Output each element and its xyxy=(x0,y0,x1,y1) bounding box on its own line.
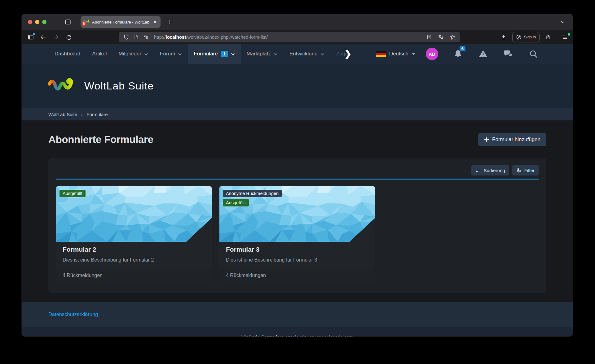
status-badge: Ausgefüllt xyxy=(223,199,249,206)
sort-button[interactable]: Sortierung xyxy=(471,165,509,176)
woltlab-logo-icon[interactable] xyxy=(48,77,79,95)
forms-panel: Sortierung Filter xyxy=(48,158,546,293)
notifications-bell-icon[interactable]: 6 xyxy=(453,49,463,59)
web-page: Dashboard Artikel Mitglieder Forum Formu… xyxy=(22,44,573,336)
downloads-icon[interactable] xyxy=(499,32,508,42)
forward-button[interactable] xyxy=(51,32,61,42)
nav-item-forum[interactable]: Forum xyxy=(154,44,188,64)
tab-list-chevron-icon[interactable] xyxy=(560,20,565,24)
nav-overflow-chevron-icon[interactable]: ❯ xyxy=(344,49,353,59)
urlbar-action-icons xyxy=(425,33,456,41)
card-body: Formular 3 Dies ist eine Beschreibung fü… xyxy=(219,242,375,268)
tab-close-icon[interactable] xyxy=(152,19,158,25)
new-tab-button[interactable] xyxy=(165,18,174,26)
nav-item-artikel[interactable]: Artikel xyxy=(86,44,112,64)
main-navigation: Dashboard Artikel Mitglieder Forum Formu… xyxy=(22,44,573,64)
nav-item-mitglieder[interactable]: Mitglieder xyxy=(112,44,154,64)
filter-icon xyxy=(516,168,522,173)
user-avatar[interactable]: AD xyxy=(426,48,438,60)
address-bar[interactable]: http://localhost/woltlab62/index.php?wat… xyxy=(119,32,460,42)
form-card-title[interactable]: Formular 2 xyxy=(63,246,205,253)
nav-action-icons: 6 xyxy=(438,49,539,59)
nav-item-formulare[interactable]: Formulare 1 xyxy=(188,44,240,64)
form-card[interactable]: Ausgefüllt Formular 2 Dies ist eine Besc… xyxy=(56,186,212,283)
notification-count-badge: 6 xyxy=(460,46,465,51)
card-body: Formular 2 Dies ist eine Beschreibung fü… xyxy=(56,242,212,268)
reader-mode-icon[interactable] xyxy=(425,33,433,41)
form-cover-image: Anonyme Rückmeldungen Ausgefüllt xyxy=(219,186,375,242)
copyright-text: VieCode Formulare entwickelt von www.vie… xyxy=(22,334,573,336)
form-card-meta: 4 Rückmeldungen xyxy=(56,268,212,283)
page-title: Abonnierte Formulare xyxy=(48,134,153,145)
translate-icon[interactable] xyxy=(437,33,445,41)
form-card-meta: 4 Rückmeldungen xyxy=(219,268,375,283)
tab-title: Abonnierte Formulare - WoltLab xyxy=(92,20,150,24)
toolbar-right-icons: Sign in xyxy=(499,32,570,42)
reload-button[interactable] xyxy=(64,32,73,42)
bookmark-star-icon[interactable] xyxy=(449,33,456,41)
search-icon[interactable] xyxy=(528,49,539,59)
zoom-window-button[interactable] xyxy=(42,20,46,24)
anonymous-badge: Anonyme Rückmeldungen xyxy=(223,190,282,197)
browser-titlebar: 6 Abonnierte Formulare - WoltLab xyxy=(22,14,573,30)
language-selector[interactable]: Deutsch xyxy=(376,51,415,57)
panel-toolbar: Sortierung Filter xyxy=(56,165,539,176)
site-title[interactable]: WoltLab Suite xyxy=(84,80,154,92)
moderation-warning-icon[interactable] xyxy=(478,49,488,59)
main-content: Abonnierte Formulare Formular hinzufügen… xyxy=(22,120,573,302)
sidebar-toggle-icon[interactable] xyxy=(26,32,35,42)
add-form-button[interactable]: Formular hinzufügen xyxy=(478,133,546,146)
nav-user-area: Deutsch AD 6 xyxy=(376,48,573,60)
form-card-description: Dies ist eine Beschreibung für Formular … xyxy=(63,257,205,263)
breadcrumb-separator: / xyxy=(81,112,82,117)
browser-tab[interactable]: 6 Abonnierte Formulare - WoltLab xyxy=(81,16,161,28)
form-cover-image: Ausgefüllt xyxy=(56,186,212,242)
form-card[interactable]: Anonyme Rückmeldungen Ausgefüllt Formula… xyxy=(219,186,375,283)
copyright-strip: VieCode Formulare entwickelt von www.vie… xyxy=(22,327,573,336)
form-card-description: Dies ist eine Beschreibung für Formular … xyxy=(226,257,368,263)
plus-icon xyxy=(484,137,489,142)
close-window-button[interactable] xyxy=(28,20,32,24)
page-info-icon[interactable] xyxy=(132,33,140,41)
privacy-policy-link[interactable]: Datenschutzerklärung xyxy=(48,311,98,317)
menu-notification-dot xyxy=(568,33,570,36)
firefox-view-icon[interactable] xyxy=(63,17,73,27)
form-cards: Ausgefüllt Formular 2 Dies ist eine Besc… xyxy=(56,186,539,283)
site-permissions-icon[interactable] xyxy=(142,33,150,41)
sort-icon xyxy=(475,168,481,173)
formulare-count-badge: 1 xyxy=(221,51,228,57)
extensions-icon[interactable] xyxy=(544,32,553,42)
card-badges: Ausgefüllt xyxy=(60,190,86,197)
minimize-window-button[interactable] xyxy=(35,20,39,24)
active-tab-underline xyxy=(56,179,539,180)
card-badges: Anonyme Rückmeldungen Ausgefüllt xyxy=(223,190,282,206)
nav-item-marktplatz[interactable]: Marktplatz xyxy=(241,44,284,64)
url-text[interactable]: http://localhost/woltlab62/index.php?wat… xyxy=(154,34,425,40)
nav-item-entwicklung[interactable]: Entwicklung xyxy=(284,44,330,64)
tab-favicon-icon: 6 xyxy=(83,19,90,25)
status-badge: Ausgefüllt xyxy=(60,190,86,197)
sidebar-notification-dot xyxy=(33,33,35,35)
window-controls xyxy=(28,20,46,24)
browser-window: 6 Abonnierte Formulare - WoltLab xyxy=(22,14,573,336)
filter-button[interactable]: Filter xyxy=(512,165,539,176)
sign-in-label: Sign in xyxy=(524,35,536,39)
breadcrumb: WoltLab Suite / Formulare xyxy=(22,108,573,120)
conversations-icon[interactable] xyxy=(503,49,513,59)
app-menu-icon[interactable] xyxy=(560,32,570,42)
nav-item-dashboard[interactable]: Dashboard xyxy=(49,44,86,64)
breadcrumb-formulare-link[interactable]: Formulare xyxy=(86,112,108,117)
sign-in-button[interactable]: Sign in xyxy=(512,32,540,42)
site-header: WoltLab Suite xyxy=(22,64,573,108)
language-label: Deutsch xyxy=(389,51,408,57)
browser-toolbar: http://localhost/woltlab62/index.php?wat… xyxy=(22,30,573,44)
breadcrumb-home-link[interactable]: WoltLab Suite xyxy=(48,112,77,117)
back-button[interactable] xyxy=(39,32,48,42)
tab-notification-badge: 6 xyxy=(82,22,86,26)
german-flag-icon xyxy=(376,51,386,57)
page-footer: Datenschutzerklärung xyxy=(22,302,573,327)
tracking-protection-shield-icon[interactable] xyxy=(122,33,130,41)
form-card-title[interactable]: Formular 3 xyxy=(226,246,368,253)
